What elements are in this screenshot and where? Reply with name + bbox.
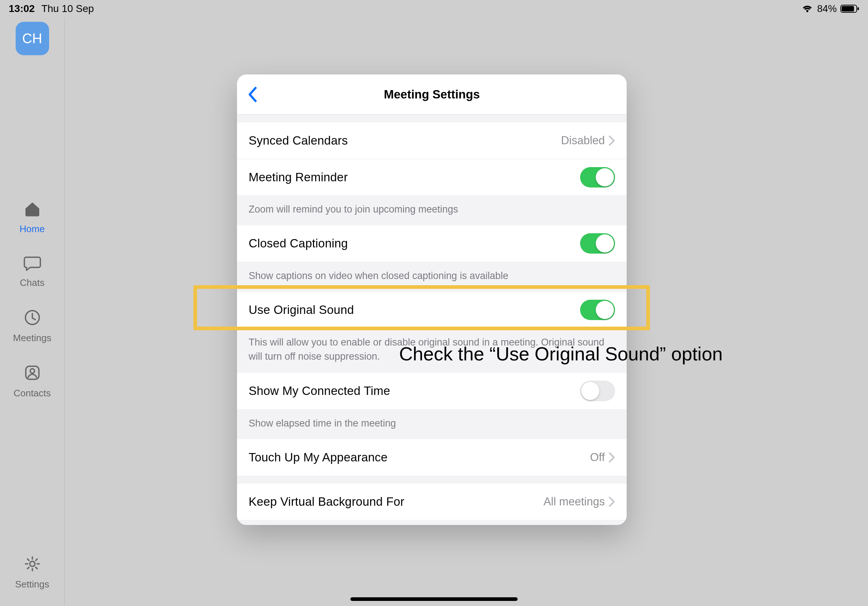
closed-captioning-toggle[interactable] (580, 233, 615, 254)
show-connected-time-toggle[interactable] (580, 381, 615, 401)
status-time: 13:02 (9, 3, 35, 14)
row-synced-calendars[interactable]: Synced Calendars Disabled (237, 122, 627, 159)
nav-contacts-label: Contacts (14, 388, 51, 399)
row-closed-captioning: Closed Captioning (237, 225, 627, 261)
use-original-sound-toggle[interactable] (580, 300, 615, 320)
nav-settings[interactable]: Settings (0, 547, 64, 606)
modal-title: Meeting Settings (384, 88, 480, 101)
nav-settings-label: Settings (15, 579, 50, 590)
touch-up-value: Off (590, 451, 615, 464)
keep-vbg-label: Keep Virtual Background For (249, 495, 405, 509)
battery-icon (840, 4, 859, 14)
gear-icon (23, 555, 41, 575)
show-connected-time-label: Show My Connected Time (249, 384, 391, 398)
chevron-right-icon (609, 452, 615, 463)
closed-captioning-label: Closed Captioning (249, 237, 348, 250)
contacts-icon (23, 364, 41, 384)
row-keep-virtual-bg[interactable]: Keep Virtual Background For All meetings (237, 484, 627, 520)
row-use-original-sound: Use Original Sound (237, 292, 627, 328)
chevron-right-icon (609, 496, 615, 507)
row-meeting-reminder: Meeting Reminder (237, 159, 627, 195)
keep-vbg-value: All meetings (543, 495, 615, 508)
back-button[interactable] (245, 84, 259, 105)
chevron-left-icon (248, 87, 257, 102)
show-connected-time-desc: Show elapsed time in the meeting (237, 409, 627, 439)
meeting-settings-modal: Meeting Settings Synced Calendars Disabl… (237, 74, 627, 525)
modal-header: Meeting Settings (237, 74, 627, 114)
meeting-reminder-label: Meeting Reminder (249, 170, 348, 184)
nav-contacts[interactable]: Contacts (0, 356, 64, 411)
synced-calendars-value-text: Disabled (561, 134, 605, 147)
synced-calendars-label: Synced Calendars (249, 134, 348, 147)
status-date: Thu 10 Sep (42, 3, 94, 14)
meeting-reminder-desc: Zoom will remind you to join upcoming me… (237, 195, 627, 225)
status-right: 84% (801, 3, 859, 14)
nav-meetings-label: Meetings (13, 332, 52, 344)
synced-calendars-value: Disabled (561, 134, 615, 147)
svg-point-6 (30, 561, 35, 566)
closed-captioning-desc: Show captions on video when closed capti… (237, 261, 627, 292)
meeting-reminder-toggle[interactable] (580, 167, 615, 187)
nav-chats[interactable]: Chats (0, 247, 64, 301)
avatar[interactable]: CH (16, 22, 49, 55)
touch-up-value-text: Off (590, 451, 605, 464)
avatar-initials: CH (22, 31, 42, 46)
nav-chats-label: Chats (20, 277, 45, 289)
use-original-sound-label: Use Original Sound (249, 303, 354, 317)
nav-meetings[interactable]: Meetings (0, 301, 64, 356)
row-touch-up[interactable]: Touch Up My Appearance Off (237, 439, 627, 476)
row-show-connected-time: Show My Connected Time (237, 373, 627, 409)
home-indicator (350, 597, 518, 601)
home-icon (23, 201, 41, 220)
svg-rect-1 (842, 6, 854, 12)
status-left: 13:02 Thu 10 Sep (9, 3, 94, 14)
battery-percent: 84% (817, 3, 837, 14)
nav-home-label: Home (20, 223, 45, 235)
nav-home[interactable]: Home (0, 193, 64, 247)
wifi-icon (801, 4, 814, 14)
chevron-right-icon (609, 135, 615, 146)
clock-icon (23, 309, 41, 329)
chat-icon (23, 255, 42, 274)
sidebar: CH Home Chats Meetings Contacts Settings (0, 17, 65, 606)
keep-vbg-value-text: All meetings (543, 495, 605, 508)
svg-rect-2 (857, 7, 859, 10)
touch-up-label: Touch Up My Appearance (249, 450, 388, 464)
annotation-text: Check the “Use Original Sound” option (399, 343, 722, 365)
svg-point-5 (30, 369, 34, 373)
status-bar: 13:02 Thu 10 Sep 84% (0, 0, 868, 17)
